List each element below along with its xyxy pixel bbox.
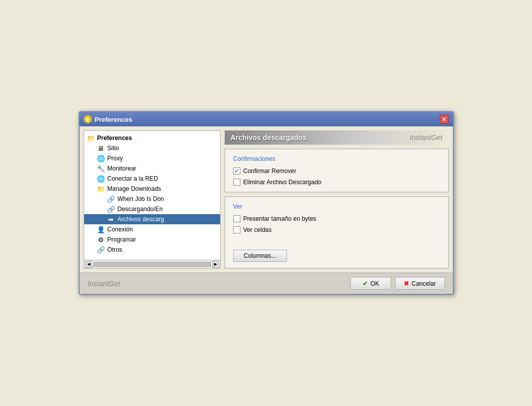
cancel-x-icon: ✖ — [404, 280, 409, 287]
panel-header-title: Archivos descargados — [231, 133, 307, 142]
tree-item-label: Monitorear — [108, 165, 136, 172]
folder-icon: 📁 — [86, 134, 95, 142]
preferences-dialog: ⚙ Preferences ✕ 📁 Preferences 🖥 Sitio — [79, 111, 454, 295]
tree-item-when-job[interactable]: 🔗 When Job Is Don — [84, 194, 220, 204]
presentar-tamano-checkbox[interactable] — [233, 215, 240, 222]
ver-celdas-checkbox[interactable] — [233, 226, 240, 233]
tree-item-label: Descargando/En — [118, 206, 163, 213]
presentar-tamano-row: Presentar tamaño en bytes — [233, 215, 440, 222]
confirmar-remover-label: Confirmar Remover — [243, 167, 297, 175]
tree-inner: 📁 Preferences 🖥 Sitio 🌐 Proxy 🔧 Monitore… — [84, 131, 220, 260]
bottom-bar: InstantGet ✔ OK ✖ Cancelar — [80, 273, 453, 294]
wrench-icon: 🔧 — [96, 164, 105, 173]
network-icon: 🌐 — [96, 175, 105, 183]
title-bar-left: ⚙ Preferences — [84, 115, 132, 123]
tree-item-sitio[interactable]: 🖥 Sitio — [84, 143, 220, 153]
tree-item-conexion[interactable]: 👤 Conexión — [84, 224, 220, 234]
monitor-icon: 🖥 — [96, 144, 105, 152]
eliminar-archivo-row: Eliminar Archivo Descargado — [233, 179, 440, 186]
confirmar-remover-checkbox[interactable]: ✓ — [233, 167, 240, 175]
tree-item-descargando[interactable]: 🔗 Descargando/En — [84, 204, 220, 214]
title-bar: ⚙ Preferences ✕ — [80, 112, 453, 126]
app-icon: ⚙ — [84, 115, 92, 123]
tree-item-manage-downloads[interactable]: 📁 Manage Downloads — [84, 184, 220, 194]
panel-header: Archivos descargados InstantGet — [225, 130, 449, 145]
tree-item-archivos-descarg[interactable]: ➡ Archivos descarg — [84, 214, 220, 224]
confirmaciones-title: Confirmaciones — [233, 155, 440, 162]
ver-celdas-row: Ver celdas — [233, 226, 440, 233]
gear-icon: ⚙ — [96, 235, 105, 244]
scroll-thumb[interactable] — [93, 262, 211, 267]
close-button[interactable]: ✕ — [440, 115, 449, 124]
tree-item-conectar[interactable]: 🌐 Conectar a la RED — [84, 174, 220, 184]
main-content: 📁 Preferences 🖥 Sitio 🌐 Proxy 🔧 Monitore… — [80, 126, 453, 273]
ver-celdas-label: Ver celdas — [243, 226, 272, 233]
folder-icon: 📁 — [96, 185, 105, 193]
cancel-button[interactable]: ✖ Cancelar — [395, 277, 444, 290]
ok-checkmark-icon: ✔ — [363, 280, 368, 287]
tree-item-label: Manage Downloads — [108, 185, 161, 192]
tree-item-label: Otros — [108, 246, 122, 253]
presentar-tamano-label: Presentar tamaño en bytes — [243, 215, 316, 222]
confirmaciones-section: Confirmaciones ✓ Confirmar Remover Elimi… — [225, 149, 449, 192]
cancel-label: Cancelar — [411, 280, 436, 287]
globe-icon: 🌐 — [96, 154, 105, 162]
eliminar-archivo-checkbox[interactable] — [233, 179, 240, 186]
check-mark: ✓ — [234, 168, 239, 175]
window-title: Preferences — [95, 116, 132, 123]
tree-item-label: Proxy — [108, 155, 123, 162]
ok-button[interactable]: ✔ OK — [350, 277, 391, 290]
columnas-button[interactable]: Columnas... — [233, 250, 287, 262]
tree-item-label: When Job Is Don — [118, 195, 164, 202]
ok-label: OK — [370, 280, 379, 287]
panel-header-brand: InstantGet — [410, 133, 443, 142]
tree-item-label: Sitio — [108, 145, 119, 152]
ver-section: Ver Presentar tamaño en bytes Ver celdas… — [225, 196, 449, 268]
tree-item-label: Archivos descarg — [118, 216, 164, 223]
dialog-body: 📁 Preferences 🖥 Sitio 🌐 Proxy 🔧 Monitore… — [80, 126, 453, 294]
tree-item-label: Conectar a la RED — [108, 175, 158, 182]
link-icon: 🔗 — [107, 205, 116, 213]
user-icon: 👤 — [96, 225, 105, 233]
scroll-right-arrow[interactable]: ▶ — [212, 261, 219, 268]
bottom-buttons: ✔ OK ✖ Cancelar — [350, 277, 444, 290]
tree-item-label: Programar — [108, 236, 136, 243]
tree-item-label: Conexión — [108, 226, 133, 233]
tree-item-otros[interactable]: 🔗 Otros — [84, 245, 220, 255]
tree-item-label: Preferences — [97, 134, 132, 142]
tree-scrollbar: ◀ ▶ — [84, 260, 220, 268]
link-icon: 🔗 — [96, 246, 105, 254]
arrow-icon: ➡ — [107, 215, 116, 223]
tree-item-preferences[interactable]: 📁 Preferences — [84, 133, 220, 143]
tree-item-proxy[interactable]: 🌐 Proxy — [84, 153, 220, 163]
confirmar-remover-row: ✓ Confirmar Remover — [233, 167, 440, 175]
tree-item-monitorear[interactable]: 🔧 Monitorear — [84, 163, 220, 174]
ver-title: Ver — [233, 203, 440, 210]
scroll-left-arrow[interactable]: ◀ — [85, 261, 92, 268]
tree-panel: 📁 Preferences 🖥 Sitio 🌐 Proxy 🔧 Monitore… — [84, 130, 221, 268]
tree-item-programar[interactable]: ⚙ Programar — [84, 234, 220, 245]
link-icon: 🔗 — [107, 195, 116, 203]
columnas-wrapper: Columnas... — [233, 250, 440, 262]
eliminar-archivo-label: Eliminar Archivo Descargado — [243, 179, 322, 186]
bottom-brand: InstantGet — [88, 280, 121, 288]
right-panel: Archivos descargados InstantGet Confirma… — [225, 130, 449, 268]
